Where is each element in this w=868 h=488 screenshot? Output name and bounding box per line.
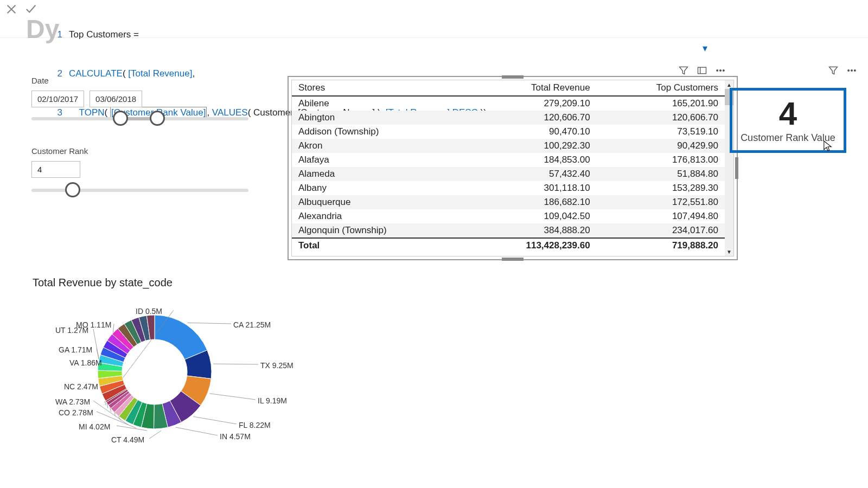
rank-slicer-title: Customer Rank bbox=[31, 146, 248, 156]
customer-rank-value-card[interactable]: 4 Customer Rank Value bbox=[730, 88, 846, 153]
donut-label-tx: TX 9.25M bbox=[260, 361, 293, 370]
table-row[interactable]: Albuquerque186,682.10172,551.80 bbox=[292, 195, 725, 209]
donut-label-mo: MO 1.11M bbox=[76, 320, 111, 329]
rank-value-input[interactable]: 4 bbox=[31, 161, 80, 178]
table-row[interactable]: Alafaya184,853.00176,813.00 bbox=[292, 153, 725, 167]
date-slicer-title: Date bbox=[31, 76, 248, 85]
rank-slider-track[interactable] bbox=[31, 189, 248, 192]
table-row[interactable]: Abilene279,209.10165,201.90 bbox=[292, 96, 725, 111]
donut-label-in: IN 4.57M bbox=[220, 432, 251, 441]
svg-point-3 bbox=[723, 70, 725, 72]
donut-slice[interactable] bbox=[155, 315, 207, 359]
date-slicer[interactable]: Date 02/10/2017 03/06/2018 bbox=[31, 76, 248, 120]
svg-line-9 bbox=[209, 394, 256, 400]
table-row[interactable]: Algonquin (Township)384,888.20234,017.60 bbox=[292, 223, 725, 238]
col-total-revenue[interactable]: Total Revenue bbox=[465, 80, 597, 96]
svg-point-5 bbox=[851, 70, 853, 72]
resize-grip-top[interactable] bbox=[502, 75, 524, 79]
card-visual-header bbox=[828, 65, 857, 78]
svg-point-1 bbox=[717, 70, 718, 72]
svg-rect-0 bbox=[698, 67, 706, 74]
donut-label-mi: MI 4.02M bbox=[79, 422, 110, 431]
svg-line-7 bbox=[188, 323, 231, 324]
donut-label-ct: CT 4.49M bbox=[111, 435, 144, 444]
filter-icon[interactable] bbox=[828, 65, 839, 78]
more-options-icon[interactable] bbox=[846, 65, 857, 78]
table-row[interactable]: Alameda57,432.4051,884.80 bbox=[292, 167, 725, 181]
donut-label-ga: GA 1.71M bbox=[59, 345, 92, 354]
dropdown-caret-icon: ▾ bbox=[703, 42, 707, 54]
svg-line-10 bbox=[193, 416, 237, 424]
table-row[interactable]: Addison (Township)90,470.1073,519.10 bbox=[292, 125, 725, 139]
commit-icon[interactable] bbox=[25, 3, 37, 17]
revenue-by-state-donut[interactable]: Total Revenue by state_code CA 21.25MTX … bbox=[33, 277, 282, 456]
donut-label-id: ID 0.5M bbox=[136, 307, 162, 316]
date-from-input[interactable]: 02/10/2017 bbox=[31, 91, 84, 107]
donut-label-nc: NC 2.47M bbox=[64, 382, 98, 391]
formula-editor[interactable]: 1Top Customers = 2CALCULATE( [Total Reve… bbox=[52, 0, 868, 37]
date-to-input[interactable]: 03/06/2018 bbox=[90, 91, 142, 107]
donut-svg bbox=[33, 293, 277, 456]
resize-grip-bottom[interactable] bbox=[502, 258, 524, 261]
col-stores[interactable]: Stores bbox=[292, 80, 465, 96]
date-slider-handle-end[interactable] bbox=[150, 111, 165, 126]
svg-point-4 bbox=[848, 70, 850, 72]
svg-point-6 bbox=[854, 70, 856, 72]
card-label: Customer Rank Value bbox=[741, 132, 835, 144]
customer-rank-slicer[interactable]: Customer Rank 4 bbox=[31, 146, 248, 192]
stores-table-visual[interactable]: Stores Total Revenue Top Customers Abile… bbox=[288, 76, 738, 260]
formula-bar: 1Top Customers = 2CALCULATE( [Total Reve… bbox=[0, 0, 868, 38]
svg-point-2 bbox=[720, 70, 722, 72]
donut-label-wa: WA 2.73M bbox=[55, 397, 90, 406]
table-row[interactable]: Abington120,606.70120,606.70 bbox=[292, 111, 725, 125]
donut-label-co: CO 2.78M bbox=[59, 408, 93, 417]
svg-line-12 bbox=[149, 431, 161, 439]
table-row[interactable]: Akron100,292.3090,429.90 bbox=[292, 139, 725, 153]
date-slider-handle-start[interactable] bbox=[113, 111, 128, 126]
stores-table: Stores Total Revenue Top Customers Abile… bbox=[292, 80, 725, 253]
report-canvas: ▾ Date 02/10/2017 03/06/2018 Customer Ra… bbox=[0, 49, 868, 488]
col-top-customers[interactable]: Top Customers bbox=[597, 80, 725, 96]
svg-line-8 bbox=[213, 364, 258, 364]
donut-label-fl: FL 8.22M bbox=[239, 421, 271, 429]
table-row[interactable]: Albany301,118.10153,289.30 bbox=[292, 181, 725, 195]
resize-grip-right[interactable] bbox=[735, 157, 738, 179]
scroll-down-icon[interactable]: ▼ bbox=[725, 247, 733, 256]
rank-slider-handle[interactable] bbox=[65, 182, 80, 197]
svg-line-11 bbox=[175, 427, 218, 435]
table-row[interactable]: Alexandria109,042.50107,494.80 bbox=[292, 209, 725, 223]
table-total-row: Total113,428,239.60719,888.20 bbox=[292, 238, 725, 253]
card-value: 4 bbox=[779, 98, 797, 130]
donut-label-va: VA 1.86M bbox=[69, 358, 102, 367]
date-slider-track[interactable] bbox=[31, 117, 248, 120]
donut-label-il: IL 9.19M bbox=[258, 396, 287, 405]
donut-title: Total Revenue by state_code bbox=[33, 277, 282, 289]
cancel-icon[interactable] bbox=[5, 3, 17, 17]
donut-label-ca: CA 21.25M bbox=[233, 320, 271, 329]
